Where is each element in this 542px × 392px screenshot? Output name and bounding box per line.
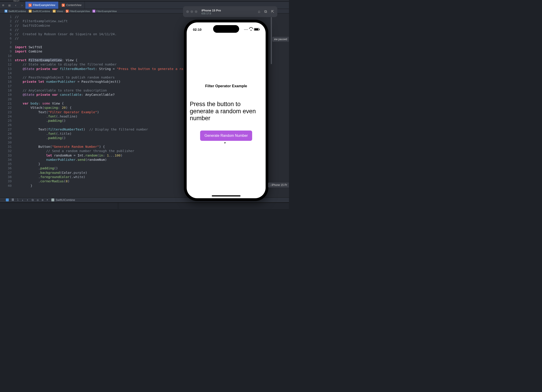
breadcrumb-item[interactable]: FilterExampleView [70, 10, 90, 13]
nav-back-icon[interactable]: ‹ [13, 2, 19, 9]
debug-pause-icon[interactable] [12, 198, 14, 202]
preview-paused-badge: ew paused [272, 37, 289, 42]
debug-splitter[interactable] [118, 202, 118, 209]
breadcrumb-item[interactable]: Views [57, 10, 63, 13]
swift-file-icon: ❯ [62, 4, 65, 7]
breadcrumb-item[interactable]: SwiftUICombine [8, 10, 26, 13]
simulator-titlebar: iPhone 15 Pro iOS 17.5 ⌂ ⧉ ⇱ [183, 6, 277, 17]
debug-continue-icon[interactable] [6, 199, 9, 201]
step-out-icon[interactable]: ↑ [27, 198, 28, 202]
dynamic-island [213, 25, 239, 33]
tab-content-view[interactable]: ❯ ContentView [59, 2, 85, 9]
swift-file-icon: ❯ [66, 10, 69, 13]
home-indicator[interactable] [212, 195, 240, 196]
app-headline: Filter Operator Example [205, 80, 247, 92]
tab-label: ContentView [66, 4, 81, 7]
step-over-icon[interactable]: ⤵ [17, 198, 19, 202]
location-icon[interactable]: ➤ [46, 198, 48, 202]
titlebar-remnant: main [0, 0, 289, 2]
console-area[interactable] [0, 203, 289, 209]
tab-filter-example-view[interactable]: ❯ FilterExampleView [25, 2, 59, 9]
folder-icon: ▭ [29, 10, 32, 13]
step-into-icon[interactable]: ↓ [22, 198, 24, 202]
line-number-gutter: 1234567891011121314151617181920212223242… [0, 15, 15, 188]
tab-label: FilterExampleView [33, 4, 55, 7]
generate-random-number-button[interactable]: Generate Random Number [200, 130, 252, 141]
breadcrumb-item[interactable]: SwiftUICombine [33, 10, 50, 13]
struct-icon: S [92, 10, 95, 13]
environment-icon[interactable]: ⚙ [42, 198, 43, 202]
traffic-zoom-icon[interactable] [195, 10, 197, 13]
nav-forward-icon[interactable]: › [19, 2, 25, 9]
screenshot-icon[interactable]: ⧉ [264, 9, 267, 14]
chevron-right-icon: › [27, 10, 28, 13]
related-items-icon[interactable]: ▤ [6, 2, 13, 9]
chevron-right-icon: › [64, 10, 65, 13]
swift-file-icon: ❯ [28, 4, 32, 7]
debug-scheme[interactable]: SwiftUICombine [51, 199, 75, 202]
debug-view-icon[interactable]: ⧉ [32, 198, 34, 202]
folder-icon: ▭ [53, 10, 56, 13]
simulator-device-name: iPhone 15 Pro [201, 9, 258, 12]
iphone-simulator: 02:10 ···· Filter Operator Example Press… [184, 20, 268, 201]
canvas-scrollbar[interactable] [271, 17, 272, 64]
app-icon [51, 199, 54, 201]
traffic-close-icon[interactable] [186, 10, 189, 13]
traffic-minimize-icon[interactable] [190, 10, 193, 13]
phone-screen[interactable]: 02:10 ···· Filter Operator Example Press… [187, 22, 266, 198]
memory-graph-icon[interactable]: ⧈ [37, 198, 38, 202]
external-display-icon[interactable]: ⇱ [271, 9, 274, 14]
chevron-right-icon: › [51, 10, 52, 13]
chevron-right-icon: › [91, 10, 92, 13]
project-icon: ⧉ [5, 10, 7, 13]
preview-device-badge: - iPhone 15 Pr [268, 183, 289, 188]
breadcrumb-item[interactable]: FilterExampleView [96, 10, 117, 13]
app-body-text: Press the button to generate a random ev… [189, 97, 263, 126]
simulator-os-version: iOS 17.5 [201, 12, 258, 15]
home-icon[interactable]: ⌂ [258, 9, 260, 14]
layout-icon[interactable]: ⊞ [0, 2, 6, 9]
